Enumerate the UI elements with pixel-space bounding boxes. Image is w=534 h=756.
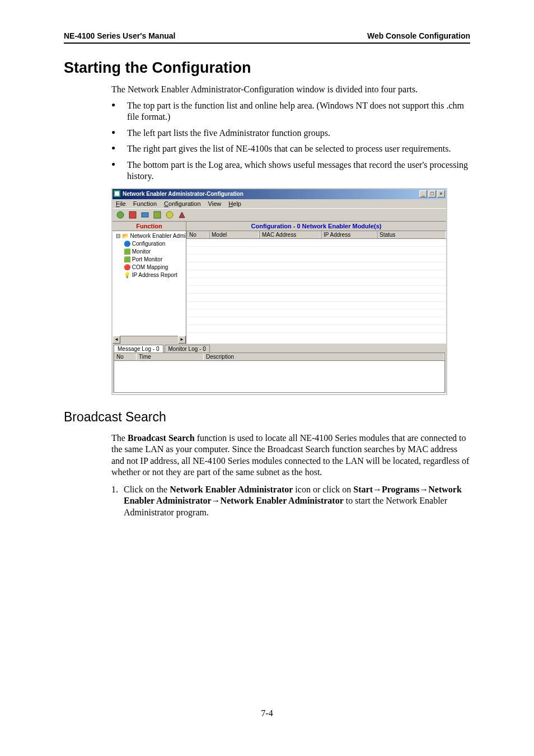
menu-function[interactable]: Function bbox=[133, 200, 157, 207]
menu-configuration[interactable]: Configuration bbox=[164, 200, 200, 207]
menu-bar: File Function Configuration View Help bbox=[113, 199, 446, 208]
page-number: 7-4 bbox=[64, 708, 470, 719]
log-table: No Time Description bbox=[114, 353, 445, 393]
heading-starting-configuration: Starting the Configuration bbox=[64, 59, 470, 77]
configuration-header: Configuration - 0 Network Enabler Module… bbox=[186, 222, 446, 231]
page-header: NE-4100 Series User's Manual Web Console… bbox=[64, 31, 470, 44]
tree-scrollbar[interactable]: ◄ ► bbox=[113, 336, 186, 344]
svg-rect-3 bbox=[129, 212, 136, 218]
scroll-right-icon[interactable]: ► bbox=[178, 336, 186, 344]
tree-item-configuration[interactable]: 🔵 Configuration bbox=[114, 240, 185, 248]
bullet-item: The bottom part is the Log area, which s… bbox=[111, 159, 470, 182]
svg-rect-4 bbox=[142, 213, 148, 217]
toolbar-icon-6[interactable] bbox=[177, 210, 186, 219]
bullet-item: The left part lists the five Administrat… bbox=[111, 128, 470, 139]
bullet-list: The top part is the function list and on… bbox=[111, 100, 470, 182]
bullet-item: The top part is the function list and on… bbox=[111, 100, 470, 123]
scroll-left-icon[interactable]: ◄ bbox=[113, 336, 120, 344]
col-ip[interactable]: IP Address bbox=[321, 231, 377, 238]
toolbar-icon-4[interactable] bbox=[153, 210, 162, 219]
tab-monitor-log[interactable]: Monitor Log - 0 bbox=[165, 345, 210, 353]
header-left: NE-4100 Series User's Manual bbox=[64, 31, 175, 40]
configuration-pane: Configuration - 0 Network Enabler Module… bbox=[186, 222, 446, 344]
bullet-item: The right part gives the list of NE-4100… bbox=[111, 143, 470, 154]
tree-item-com-mapping[interactable]: 🔴 COM Mapping bbox=[114, 264, 185, 271]
tree-root: ⊟ 📂 Network Enabler Admin bbox=[114, 232, 185, 240]
col-no[interactable]: No bbox=[186, 231, 209, 238]
svg-rect-5 bbox=[154, 212, 161, 218]
toolbar bbox=[113, 208, 446, 222]
col-mac[interactable]: MAC Address bbox=[259, 231, 321, 238]
minimize-button[interactable]: _ bbox=[419, 190, 427, 198]
toolbar-icon-2[interactable] bbox=[128, 210, 137, 219]
header-right: Web Console Configuration bbox=[367, 31, 470, 40]
grid-header-row: No Model MAC Address IP Address Status bbox=[186, 231, 446, 239]
function-pane: Function ⊟ 📂 Network Enabler Admin 🔵 Con… bbox=[113, 222, 186, 344]
log-col-time[interactable]: Time bbox=[137, 353, 204, 360]
svg-point-6 bbox=[166, 212, 173, 218]
app-screenshot: Network Enabler Administrator-Configurat… bbox=[111, 188, 447, 395]
col-status[interactable]: Status bbox=[377, 231, 446, 238]
function-header: Function bbox=[113, 222, 186, 231]
tree-item-port-monitor[interactable]: 🟩 Port Monitor bbox=[114, 256, 185, 264]
toolbar-icon-5[interactable] bbox=[165, 210, 174, 219]
menu-view[interactable]: View bbox=[208, 200, 222, 207]
col-model[interactable]: Model bbox=[209, 231, 259, 238]
log-col-no[interactable]: No bbox=[114, 353, 137, 360]
heading-broadcast-search: Broadcast Search bbox=[64, 410, 470, 425]
window-titlebar: Network Enabler Administrator-Configurat… bbox=[113, 189, 446, 199]
broadcast-search-paragraph: The Broadcast Search function is used to… bbox=[111, 433, 470, 478]
menu-help[interactable]: Help bbox=[228, 200, 241, 207]
tree-item-monitor[interactable]: 🟩 Monitor bbox=[114, 248, 185, 256]
close-button[interactable]: × bbox=[437, 190, 445, 198]
tree-item-ip-report[interactable]: 💡 IP Address Report bbox=[114, 271, 185, 279]
svg-point-2 bbox=[117, 212, 124, 218]
grid-body[interactable] bbox=[186, 239, 446, 344]
toolbar-icon-3[interactable] bbox=[140, 210, 149, 219]
toolbar-icon-1[interactable] bbox=[116, 210, 125, 219]
intro-paragraph: The Network Enabler Administrator-Config… bbox=[111, 84, 470, 95]
log-col-desc[interactable]: Description bbox=[204, 353, 444, 360]
function-tree[interactable]: ⊟ 📂 Network Enabler Admin 🔵 Configuratio… bbox=[113, 231, 186, 344]
steps-list: 1. Click on the Network Enabler Administ… bbox=[111, 484, 470, 518]
log-area: Message Log - 0 Monitor Log - 0 No Time … bbox=[113, 344, 446, 393]
svg-rect-1 bbox=[115, 191, 119, 196]
step-1: 1. Click on the Network Enabler Administ… bbox=[111, 484, 470, 518]
maximize-button[interactable]: □ bbox=[428, 190, 436, 198]
menu-file[interactable]: File bbox=[116, 200, 126, 207]
window-title: Network Enabler Administrator-Configurat… bbox=[123, 191, 243, 197]
app-icon bbox=[114, 190, 120, 198]
tab-message-log[interactable]: Message Log - 0 bbox=[114, 345, 163, 353]
